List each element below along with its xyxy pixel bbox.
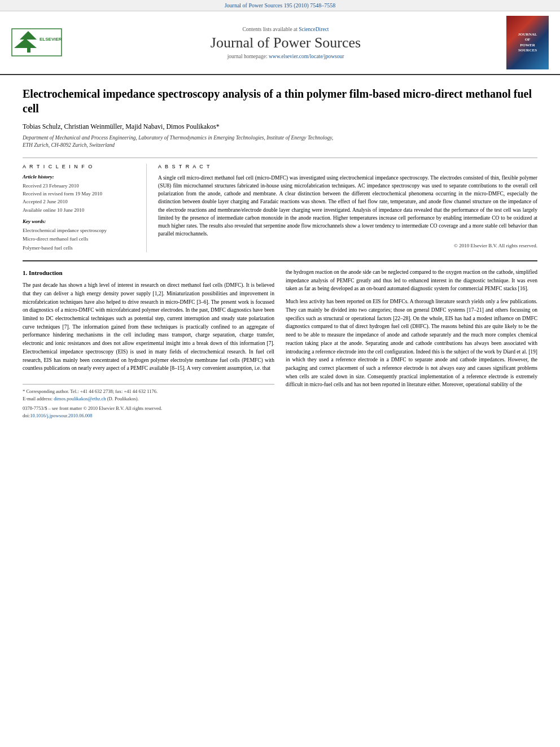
- divider-1: [23, 158, 537, 158]
- footnote-corresponding: * Corresponding author. Tel.: +41 44 632…: [23, 388, 274, 395]
- authors: Tobias Schulz, Christian Weinmüller, Maj…: [23, 123, 537, 131]
- body-col-left: 1. Introduction The past decade has show…: [23, 268, 274, 420]
- copyright-line: © 2010 Elsevier B.V. All rights reserved…: [158, 243, 537, 248]
- section-1-para1: The past decade has shown a high level o…: [23, 281, 274, 373]
- section-1-heading: 1. Introduction: [23, 268, 274, 278]
- article-title: Electrochemical impedance spectroscopy a…: [23, 86, 537, 116]
- received-date: Received 23 February 2010 Received in re…: [23, 182, 138, 215]
- svg-rect-0: [11, 28, 62, 56]
- body-col-right: the hydrogen reaction on the anode side …: [286, 268, 537, 420]
- article-info-title: A R T I C L E I N F O: [23, 164, 138, 169]
- contents-line: Contents lists available at ScienceDirec…: [73, 27, 498, 32]
- info-abstract-row: A R T I C L E I N F O Article history: R…: [23, 164, 537, 252]
- svg-rect-3: [27, 48, 30, 53]
- journal-reference: Journal of Power Sources 195 (2010) 7548…: [225, 2, 336, 8]
- page: Journal of Power Sources 195 (2010) 7548…: [0, 0, 560, 747]
- journal-title: Journal of Power Sources: [73, 34, 498, 51]
- section-1-para3: Much less activity has been reported on …: [286, 298, 537, 389]
- journal-homepage: journal homepage: www.elsevier.com/locat…: [73, 54, 498, 59]
- history-label: Article history:: [23, 174, 138, 180]
- section-1-para2: the hydrogen reaction on the anode side …: [286, 268, 537, 293]
- article-info-panel: A R T I C L E I N F O Article history: R…: [23, 164, 147, 252]
- author-names: Tobias Schulz, Christian Weinmüller, Maj…: [23, 123, 220, 130]
- abstract-text: A single cell micro-direct methanol fuel…: [158, 174, 537, 238]
- abstract-title: A B S T R A C T: [158, 164, 537, 169]
- divider-thick: [23, 260, 537, 261]
- abstract-panel: A B S T R A C T A single cell micro-dire…: [158, 164, 537, 252]
- footnote-email-address: dimos.poulikakos@ethz.ch: [54, 396, 106, 401]
- article-content: Electrochemical impedance spectroscopy a…: [0, 75, 560, 431]
- journal-cover: JOURNAL OF POWER SOURCES: [506, 16, 549, 69]
- footnote-email: E-mail address: dimos.poulikakos@ethz.ch…: [23, 395, 274, 403]
- elsevier-logo: ELSEVIER: [11, 28, 62, 58]
- body-columns: 1. Introduction The past decade has show…: [23, 268, 537, 420]
- svg-text:ELSEVIER: ELSEVIER: [40, 37, 62, 42]
- journal-title-block: Contents lists available at ScienceDirec…: [73, 27, 498, 59]
- top-bar: Journal of Power Sources 195 (2010) 7548…: [0, 0, 560, 11]
- keywords-list: Electrochemical impedance spectroscopy M…: [23, 226, 138, 252]
- affiliation: Department of Mechanical and Process Eng…: [23, 134, 537, 150]
- footnote-area: * Corresponding author. Tel.: +41 44 632…: [23, 384, 274, 403]
- doi-link[interactable]: 10.1016/j.jpowsour.2010.06.008: [30, 413, 92, 418]
- doi-section: 0378-7753/$ – see front matter © 2010 El…: [23, 405, 274, 420]
- journal-header: ELSEVIER Contents lists available at Sci…: [0, 11, 560, 75]
- keywords-label: Key words:: [23, 219, 138, 224]
- homepage-link[interactable]: www.elsevier.com/locate/jpowsour: [269, 54, 344, 59]
- sciencedirect-link[interactable]: ScienceDirect: [299, 27, 329, 32]
